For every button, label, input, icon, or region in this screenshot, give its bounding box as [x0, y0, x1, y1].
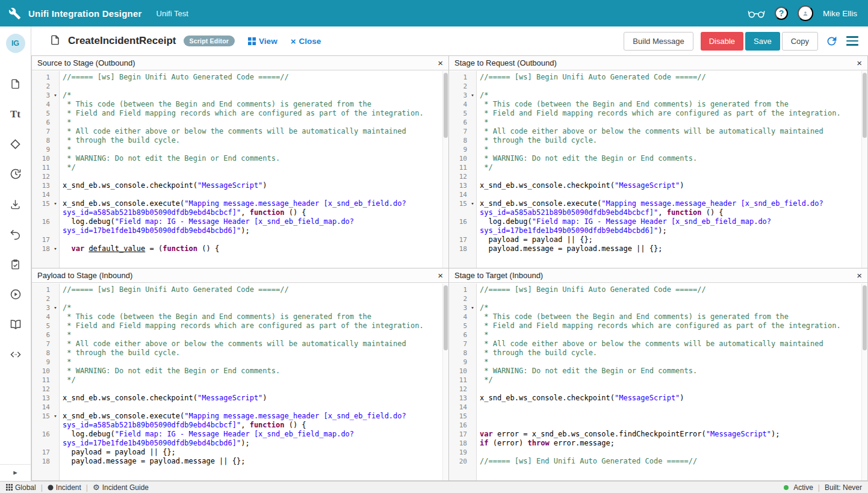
code-text[interactable]: log.debug("Field map: IG - Message Heade… [60, 217, 448, 235]
code-line[interactable]: 15▾x_snd_eb.ws_console.execute("Mapping … [32, 412, 448, 430]
code-line[interactable]: 10 * WARNING: Do not edit the Begin or E… [449, 367, 867, 376]
fold-icon[interactable]: ▾ [51, 244, 60, 253]
code-text[interactable]: //===== [ws] End Unifi Auto Generated Co… [477, 457, 867, 466]
code-editor[interactable]: 1//===== [ws] Begin Unifi Auto Generated… [449, 71, 867, 268]
code-line[interactable]: 6 * [32, 330, 448, 340]
code-line[interactable]: 5 * Field and Field mapping records whic… [449, 321, 867, 330]
code-line[interactable]: 9 * [32, 358, 448, 367]
close-button[interactable]: × Close [291, 37, 321, 46]
code-text[interactable]: * [60, 330, 448, 340]
code-text[interactable]: */ [477, 163, 867, 172]
close-icon[interactable]: × [857, 58, 862, 67]
code-text[interactable] [477, 385, 867, 394]
save-button[interactable]: Save [745, 32, 780, 51]
code-text[interactable] [60, 385, 448, 394]
code-line[interactable]: 6 * [32, 118, 448, 127]
fold-icon[interactable]: ▾ [468, 303, 477, 312]
code-line[interactable]: 4 * This code (between the Begin and End… [449, 312, 867, 321]
code-text[interactable]: //===== [ws] Begin Unifi Auto Generated … [477, 285, 867, 294]
code-text[interactable]: x_snd_eb.ws_console.checkpoint("MessageS… [477, 181, 867, 190]
fold-icon[interactable]: ▾ [51, 303, 60, 312]
sidebar-item-scripts[interactable] [8, 348, 23, 361]
code-line[interactable]: 16 log.debug("Field map: IG - Message He… [449, 217, 867, 235]
sidebar-item-revert[interactable] [8, 228, 23, 241]
code-line[interactable]: 4 * This code (between the Begin and End… [32, 312, 448, 321]
code-text[interactable]: * This code (between the Begin and End c… [60, 100, 448, 109]
code-line[interactable]: 14 [32, 403, 448, 412]
code-text[interactable] [60, 403, 448, 412]
code-line[interactable]: 6 * [449, 118, 867, 127]
code-line[interactable]: 8 * through the build cycle. [32, 349, 448, 358]
code-line[interactable]: 11 */ [32, 376, 448, 385]
code-text[interactable]: * through the build cycle. [60, 349, 448, 358]
sidebar-item-text[interactable]: Tt [8, 107, 23, 120]
code-text[interactable]: * WARNING: Do not edit the Begin or End … [477, 367, 867, 376]
sidebar-item-import[interactable] [8, 197, 23, 211]
code-editor[interactable]: 1//===== [ws] Begin Unifi Auto Generated… [449, 284, 867, 480]
code-text[interactable]: * [60, 118, 448, 127]
scrollbar-thumb[interactable] [863, 285, 867, 350]
editor-scrollbar[interactable] [861, 284, 867, 480]
code-line[interactable]: 2 [32, 82, 448, 91]
view-button[interactable]: View [248, 37, 277, 46]
code-text[interactable]: * through the build cycle. [60, 136, 448, 145]
code-line[interactable]: 10 * WARNING: Do not edit the Begin or E… [32, 367, 448, 376]
code-text[interactable]: * This code (between the Begin and End c… [477, 100, 867, 109]
code-text[interactable]: x_snd_eb.ws_console.execute("Mapping mes… [477, 199, 867, 217]
code-text[interactable]: * Field and Field mapping records which … [60, 109, 448, 118]
code-line[interactable]: 15▾x_snd_eb.ws_console.execute("Mapping … [449, 199, 867, 217]
code-text[interactable] [477, 190, 867, 199]
code-line[interactable]: 7 * All code either above or below the c… [449, 340, 867, 349]
scrollbar-thumb[interactable] [444, 285, 448, 350]
sidebar-item-form[interactable] [8, 77, 23, 90]
code-line[interactable]: 12 [449, 172, 867, 181]
integration-avatar[interactable]: IG [6, 34, 25, 53]
code-line[interactable]: 17 payload = payload || {}; [32, 448, 448, 457]
code-text[interactable]: * Field and Field mapping records which … [477, 321, 867, 330]
code-text[interactable]: * through the build cycle. [477, 349, 867, 358]
code-text[interactable]: payload = payload || {}; [477, 235, 867, 244]
code-line[interactable]: 1//===== [ws] Begin Unifi Auto Generated… [32, 73, 448, 82]
code-text[interactable] [477, 412, 867, 421]
help-icon[interactable]: ? [775, 7, 788, 20]
code-text[interactable]: * [477, 118, 867, 127]
code-line[interactable]: 14 [449, 190, 867, 199]
code-line[interactable]: 8 * through the build cycle. [449, 349, 867, 358]
code-line[interactable]: 1//===== [ws] Begin Unifi Auto Generated… [449, 285, 867, 294]
code-line[interactable]: 14 [32, 190, 448, 199]
code-line[interactable]: 19 [449, 448, 867, 457]
code-text[interactable]: * [477, 330, 867, 340]
code-text[interactable]: * [477, 358, 867, 367]
code-line[interactable]: 5 * Field and Field mapping records whic… [32, 321, 448, 330]
code-text[interactable] [477, 82, 867, 91]
code-text[interactable]: x_snd_eb.ws_console.checkpoint("MessageS… [477, 394, 867, 403]
code-text[interactable]: log.debug("Field map: IG - Message Heade… [477, 217, 867, 235]
code-line[interactable]: 16 log.debug("Field map: IG - Message He… [32, 430, 448, 448]
code-line[interactable]: 18if (error) throw error.message; [449, 439, 867, 448]
code-line[interactable]: 17 payload = payload || {}; [449, 235, 867, 244]
code-text[interactable]: * All code either above or below the com… [477, 127, 867, 136]
code-line[interactable]: 3▾/* [32, 303, 448, 312]
code-text[interactable]: /* [477, 303, 867, 312]
sidebar-item-history[interactable] [8, 167, 23, 181]
editor-scrollbar[interactable] [861, 71, 867, 268]
close-icon[interactable]: × [438, 271, 443, 280]
code-line[interactable]: 7 * All code either above or below the c… [449, 127, 867, 136]
editor-scrollbar[interactable] [442, 71, 448, 268]
code-text[interactable]: * All code either above or below the com… [60, 127, 448, 136]
code-text[interactable]: */ [60, 163, 448, 172]
code-line[interactable]: 16 [449, 421, 867, 430]
scope-global[interactable]: Global [6, 483, 36, 492]
code-line[interactable]: 17var error = x_snd_eb.ws_console.findCh… [449, 430, 867, 439]
code-line[interactable]: 16 log.debug("Field map: IG - Message He… [32, 217, 448, 235]
code-line[interactable]: 11 */ [449, 376, 867, 385]
close-icon[interactable]: × [438, 58, 443, 67]
code-text[interactable]: * Field and Field mapping records which … [477, 109, 867, 118]
code-text[interactable]: * This code (between the Begin and End c… [477, 312, 867, 321]
code-text[interactable]: * All code either above or below the com… [60, 340, 448, 349]
code-line[interactable]: 10 * WARNING: Do not edit the Begin or E… [449, 154, 867, 163]
editor-scrollbar[interactable] [442, 284, 448, 480]
code-text[interactable] [477, 421, 867, 430]
code-text[interactable] [477, 403, 867, 412]
code-line[interactable]: 18 payload.message = payload.message || … [32, 457, 448, 466]
